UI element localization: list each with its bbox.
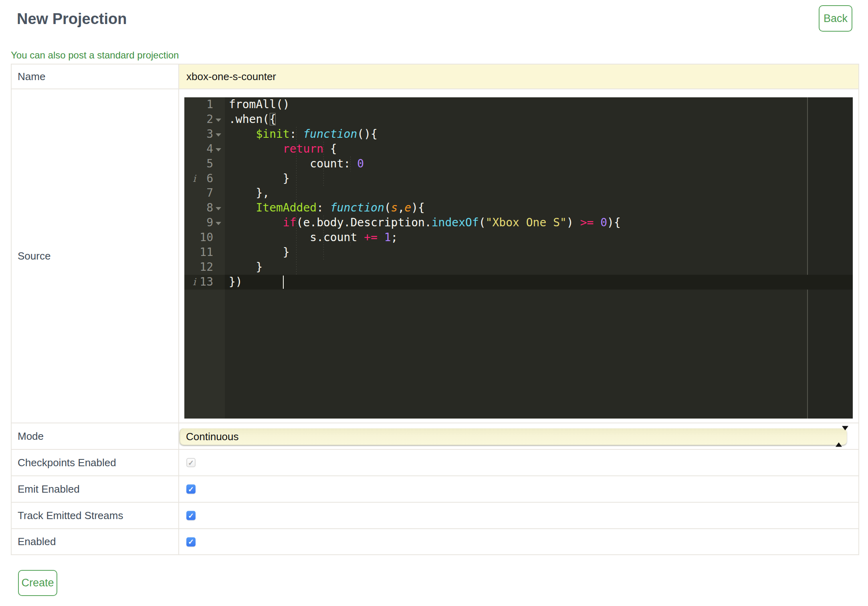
code-line[interactable]: count: 0 [225, 157, 853, 171]
name-row: Name [12, 64, 858, 89]
code-line[interactable]: fromAll() [225, 97, 853, 112]
back-button[interactable]: Back [819, 5, 852, 32]
gutter-line-number: 13 [184, 275, 213, 290]
gutter-line-number: 9 [184, 215, 213, 230]
enabled-row: Enabled [12, 528, 858, 554]
standard-projection-link[interactable]: You can also post a standard projection [11, 50, 179, 61]
gutter-line-number: 4 [184, 142, 213, 157]
source-label: Source [12, 89, 179, 423]
mode-select[interactable]: Continuous [180, 428, 847, 445]
code-line[interactable]: $init: function(){ [225, 127, 853, 142]
code-line[interactable]: } [225, 260, 853, 275]
fold-caret-icon[interactable] [216, 222, 221, 225]
code-line[interactable]: ItemAdded: function(s,e){ [225, 201, 853, 215]
enabled-checkbox[interactable] [186, 537, 196, 546]
checkpoints-checkbox[interactable] [186, 458, 196, 467]
gutter-line-number: 3 [184, 127, 213, 142]
fold-caret-icon[interactable] [216, 119, 221, 122]
code-line[interactable]: .when({ [225, 112, 853, 127]
emit-cell [179, 476, 858, 502]
text-cursor [283, 276, 284, 289]
emit-checkbox[interactable] [186, 485, 196, 494]
name-label: Name [12, 64, 179, 89]
track-cell [179, 503, 858, 528]
gutter-line-number: 5 [184, 157, 213, 171]
mode-selected-value: Continuous [186, 431, 239, 443]
gutter-line-number: 2 [184, 112, 213, 127]
name-input[interactable] [179, 64, 858, 89]
gutter-line-number: 1 [184, 97, 213, 112]
gutter-line-number: 7 [184, 186, 213, 201]
fold-caret-icon[interactable] [216, 207, 221, 210]
info-annotation-icon: i [193, 171, 196, 186]
name-cell [179, 64, 858, 89]
mode-label: Mode [12, 423, 179, 449]
mode-row: Mode Continuous [12, 423, 858, 449]
create-button[interactable]: Create [18, 570, 57, 596]
projection-form-table: Name Source 123456i78910111213i fromAll(… [11, 64, 859, 555]
code-line[interactable]: } [225, 245, 853, 260]
checkpoints-cell [179, 450, 858, 475]
emit-label: Emit Enabled [12, 476, 179, 502]
source-cell: 123456i78910111213i fromAll().when({ $in… [179, 89, 858, 423]
gutter-line-number: 11 [184, 245, 213, 260]
checkpoints-label: Checkpoints Enabled [12, 450, 179, 475]
track-row: Track Emitted Streams [12, 502, 858, 528]
code-line[interactable]: s.count += 1; [225, 230, 853, 245]
gutter-line-number: 10 [184, 230, 213, 245]
code-line[interactable]: return { [225, 142, 853, 157]
select-arrows-icon [836, 431, 842, 443]
editor-gutter[interactable]: 123456i78910111213i [184, 97, 225, 419]
checkpoints-row: Checkpoints Enabled [12, 449, 858, 475]
code-line[interactable]: if(e.body.Description.indexOf("Xbox One … [225, 215, 853, 230]
track-checkbox[interactable] [186, 511, 196, 520]
mode-cell: Continuous [179, 423, 858, 449]
track-label: Track Emitted Streams [12, 503, 179, 528]
code-line[interactable]: }) [225, 275, 853, 290]
source-row: Source 123456i78910111213i fromAll().whe… [12, 89, 858, 423]
editor-code-area[interactable]: fromAll().when({ $init: function(){ retu… [225, 97, 853, 419]
code-line[interactable]: }, [225, 186, 853, 201]
enabled-cell [179, 529, 858, 554]
page-title: New Projection [17, 11, 127, 28]
gutter-line-number: 8 [184, 201, 213, 215]
fold-caret-icon[interactable] [216, 148, 221, 151]
info-annotation-icon: i [193, 275, 196, 290]
fold-caret-icon[interactable] [216, 133, 221, 137]
source-editor[interactable]: 123456i78910111213i fromAll().when({ $in… [184, 97, 853, 419]
gutter-line-number: 6 [184, 171, 213, 186]
emit-row: Emit Enabled [12, 475, 858, 502]
code-line[interactable]: } [225, 171, 853, 186]
enabled-label: Enabled [12, 529, 179, 554]
gutter-line-number: 12 [184, 260, 213, 275]
